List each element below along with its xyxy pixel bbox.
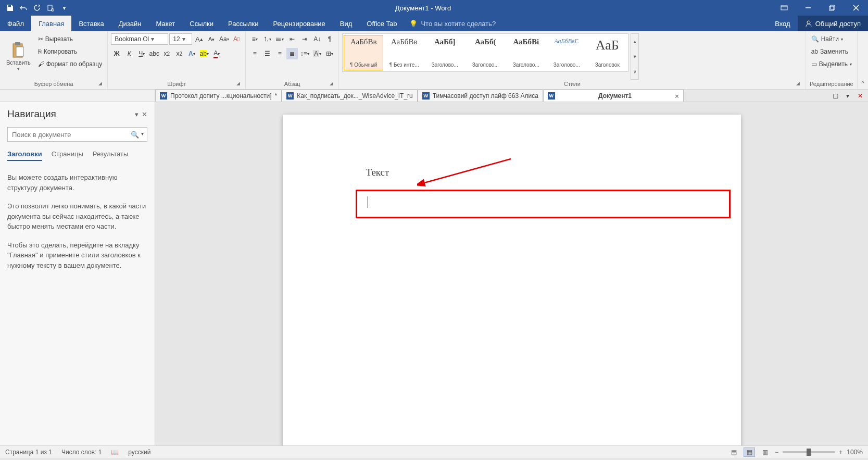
tell-me-search[interactable]: 💡 Что вы хотите сделать? — [404, 16, 501, 31]
tab-insert[interactable]: Вставка — [71, 16, 111, 31]
find-button[interactable]: 🔍Найти▾ — [809, 33, 854, 45]
share-button[interactable]: Общий доступ — [798, 16, 868, 31]
document-tab[interactable]: WДокумент1× — [543, 90, 684, 102]
nav-tab-headings[interactable]: Заголовки — [7, 150, 42, 161]
style-no-spacing[interactable]: АаБбВв¶ Без инте... — [384, 35, 424, 70]
minimize-button[interactable] — [796, 0, 820, 16]
document-tab[interactable]: WТимчасовий доступ лайф 663 Алиса — [418, 90, 543, 102]
qat-customize-button[interactable]: ▾ — [58, 2, 70, 14]
tab-design[interactable]: Дизайн — [111, 16, 149, 31]
word-count[interactable]: Число слов: 1 — [61, 449, 102, 456]
style-heading1[interactable]: АаБб]Заголово... — [425, 35, 464, 70]
change-case-button[interactable]: Aa▾ — [218, 33, 230, 45]
style-heading3[interactable]: АаБбВіЗаголово... — [506, 35, 546, 70]
new-tab-button[interactable]: ▢ — [829, 90, 841, 102]
nav-close-button[interactable]: ✕ — [142, 110, 147, 118]
print-preview-button[interactable] — [45, 2, 56, 14]
underline-button[interactable]: Ч▾ — [136, 48, 147, 59]
zoom-out-button[interactable]: − — [775, 449, 778, 456]
style-normal[interactable]: АаБбВв¶ Обычный — [344, 35, 383, 70]
search-options-button[interactable]: ▾ — [141, 131, 144, 139]
read-mode-button[interactable]: ▤ — [728, 447, 739, 457]
paste-button[interactable]: Вставить ▼ — [3, 33, 34, 80]
sign-in-link[interactable]: Вход — [768, 16, 797, 31]
ribbon-display-button[interactable] — [772, 0, 796, 16]
superscript-button[interactable]: x2 — [173, 48, 185, 59]
show-marks-button[interactable]: ¶ — [324, 33, 335, 45]
maximize-button[interactable] — [820, 0, 844, 16]
nav-search-box[interactable]: 🔍 ▾ — [7, 127, 147, 142]
tab-layout[interactable]: Макет — [148, 16, 182, 31]
tab-office-tab[interactable]: Office Tab — [359, 16, 404, 31]
document-tab[interactable]: WПротокол допиту ...кциональности]* — [155, 90, 282, 102]
close-tab-button[interactable]: × — [675, 92, 679, 100]
close-all-button[interactable]: ✕ — [854, 90, 866, 102]
paragraph-launcher[interactable]: ◢ — [328, 81, 334, 87]
style-heading4[interactable]: АаБбВвГ.Заголово... — [547, 35, 586, 70]
italic-button[interactable]: К — [123, 48, 135, 59]
sort-button[interactable]: A↓ — [311, 33, 323, 45]
copy-button[interactable]: ⎘Копировать — [36, 46, 105, 57]
search-icon[interactable]: 🔍 — [131, 131, 139, 139]
increase-indent-button[interactable]: ⇥ — [299, 33, 310, 45]
font-size-combo[interactable]: 12▾ — [169, 33, 192, 45]
collapse-ribbon-button[interactable]: ^ — [861, 80, 864, 87]
format-painter-button[interactable]: 🖌Формат по образцу — [36, 58, 105, 70]
document-area[interactable]: Текст — [155, 102, 868, 445]
clear-format-button[interactable]: A⃠ — [231, 33, 242, 45]
align-right-button[interactable]: ≡ — [274, 48, 285, 59]
clipboard-launcher[interactable]: ◢ — [97, 81, 103, 87]
subscript-button[interactable]: x2 — [161, 48, 172, 59]
proofing-icon[interactable]: 📖 — [111, 449, 119, 456]
styles-launcher[interactable]: ◢ — [795, 81, 801, 87]
bullets-button[interactable]: ≡▾ — [249, 33, 260, 45]
multilevel-button[interactable]: ⩸▾ — [274, 33, 285, 45]
redo-button[interactable] — [31, 2, 43, 14]
tab-menu-button[interactable]: ▾ — [842, 90, 853, 102]
font-name-combo[interactable]: Bookman Ol▾ — [111, 33, 168, 45]
nav-tab-pages[interactable]: Страницы — [52, 150, 83, 161]
select-button[interactable]: ▭Выделить▾ — [809, 58, 854, 70]
shading-button[interactable]: A▾ — [311, 48, 323, 59]
strikethrough-button[interactable]: abc — [148, 48, 160, 59]
styles-gallery-more[interactable]: ▲▼⊽ — [631, 33, 639, 80]
tab-home[interactable]: Главная — [31, 16, 71, 31]
nav-search-input[interactable] — [8, 131, 131, 139]
document-tab[interactable]: WКак_подписать_док..._WiseAdvice_IT_ru — [282, 90, 418, 102]
tab-review[interactable]: Рецензирование — [266, 16, 332, 31]
tab-view[interactable]: Вид — [333, 16, 360, 31]
highlight-button[interactable]: ab▾ — [198, 48, 210, 59]
decrease-indent-button[interactable]: ⇤ — [286, 33, 298, 45]
web-layout-button[interactable]: ▥ — [759, 447, 771, 457]
borders-button[interactable]: ⊞▾ — [324, 48, 335, 59]
undo-button[interactable] — [18, 2, 29, 14]
font-launcher[interactable]: ◢ — [235, 81, 241, 87]
text-effects-button[interactable]: A▾ — [186, 48, 197, 59]
font-color-button[interactable]: A▾ — [211, 48, 222, 59]
line-spacing-button[interactable]: ↕≡▾ — [299, 48, 310, 59]
tab-references[interactable]: Ссылки — [182, 16, 221, 31]
save-button[interactable] — [4, 2, 16, 14]
tab-mailings[interactable]: Рассылки — [221, 16, 266, 31]
close-button[interactable] — [844, 0, 868, 16]
print-layout-button[interactable]: ▦ — [744, 447, 755, 457]
page-status[interactable]: Страница 1 из 1 — [5, 449, 52, 456]
style-title[interactable]: АаБЗаголовок — [587, 35, 627, 70]
tab-file[interactable]: Файл — [0, 16, 31, 31]
replace-button[interactable]: abЗаменить — [809, 46, 854, 57]
justify-button[interactable]: ≣ — [286, 48, 298, 59]
align-center-button[interactable]: ☰ — [261, 48, 273, 59]
bold-button[interactable]: Ж — [111, 48, 122, 59]
style-heading2[interactable]: АаБб(Заголово... — [466, 35, 505, 70]
document-text[interactable]: Текст — [366, 167, 668, 178]
zoom-in-button[interactable]: + — [839, 449, 842, 456]
cut-button[interactable]: ✂Вырезать — [36, 33, 105, 45]
nav-dropdown-button[interactable]: ▾ — [135, 110, 139, 118]
numbering-button[interactable]: ⒈▾ — [261, 33, 273, 45]
document-page[interactable]: Текст — [283, 115, 741, 445]
zoom-level[interactable]: 100% — [847, 449, 863, 456]
increase-font-button[interactable]: A▴ — [193, 33, 205, 45]
nav-tab-results[interactable]: Результаты — [93, 150, 128, 161]
decrease-font-button[interactable]: A▾ — [206, 33, 217, 45]
align-left-button[interactable]: ≡ — [249, 48, 260, 59]
